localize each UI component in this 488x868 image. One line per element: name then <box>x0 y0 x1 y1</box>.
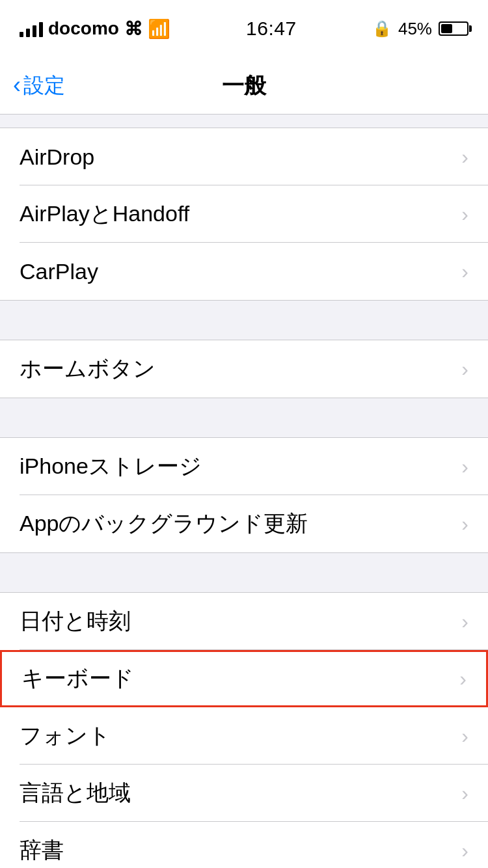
chevron-right-icon: › <box>461 357 468 381</box>
settings-group-1: AirDrop › AirPlayとHandoff › CarPlay › <box>0 128 488 301</box>
settings-row-airplay-handoff[interactable]: AirPlayとHandoff › <box>0 185 488 243</box>
back-button[interactable]: ‹ 設定 <box>13 72 65 100</box>
app-background-label: Appのバックグラウンド更新 <box>20 509 308 539</box>
clock: 16:47 <box>246 18 297 40</box>
chevron-right-icon: › <box>461 455 468 479</box>
settings-group-3: iPhoneストレージ › Appのバックグラウンド更新 › <box>0 437 488 553</box>
fonts-label: フォント <box>20 721 111 751</box>
battery-fill <box>441 24 452 33</box>
page-title: 一般 <box>222 71 266 101</box>
lock-icon: 🔒 <box>372 20 392 38</box>
back-chevron-icon: ‹ <box>13 72 21 99</box>
chevron-right-icon: › <box>459 667 467 691</box>
settings-row-carplay[interactable]: CarPlay › <box>0 243 488 300</box>
battery-percent: 45% <box>398 19 432 39</box>
settings-group-4: 日付と時刻 › キーボード › フォント › 言語と地域 › 辞書 › <box>0 592 488 868</box>
home-button-label: ホームボタン <box>20 354 156 384</box>
spacer-top <box>0 115 488 128</box>
settings-row-date-time[interactable]: 日付と時刻 › <box>0 593 488 650</box>
chevron-right-icon: › <box>461 260 468 284</box>
chevron-right-icon: › <box>461 724 468 748</box>
wifi-icon: ⌘ 📶 <box>124 18 170 40</box>
spacer-3 <box>0 553 488 592</box>
nav-bar: ‹ 設定 一般 <box>0 57 488 115</box>
carplay-label: CarPlay <box>20 259 98 284</box>
chevron-right-icon: › <box>461 839 468 863</box>
battery-icon <box>439 21 468 36</box>
settings-row-app-background[interactable]: Appのバックグラウンド更新 › <box>0 495 488 552</box>
carrier-signal: docomo ⌘ 📶 <box>20 18 170 40</box>
chevron-right-icon: › <box>461 202 468 226</box>
spacer-2 <box>0 398 488 437</box>
status-bar: docomo ⌘ 📶 16:47 🔒 45% <box>0 0 488 57</box>
back-label: 設定 <box>23 72 65 100</box>
settings-row-dictionary[interactable]: 辞書 › <box>0 822 488 868</box>
chevron-right-icon: › <box>461 145 468 169</box>
airdrop-label: AirDrop <box>20 144 94 170</box>
settings-row-iphone-storage[interactable]: iPhoneストレージ › <box>0 438 488 495</box>
settings-group-2: ホームボタン › <box>0 340 488 398</box>
iphone-storage-label: iPhoneストレージ <box>20 452 202 481</box>
settings-row-home-button[interactable]: ホームボタン › <box>0 340 488 398</box>
spacer-1 <box>0 301 488 340</box>
chevron-right-icon: › <box>461 610 468 634</box>
dictionary-label: 辞書 <box>20 835 64 865</box>
carrier-label: docomo <box>48 18 119 39</box>
chevron-right-icon: › <box>461 512 468 536</box>
battery-area: 🔒 45% <box>372 19 468 39</box>
settings-row-keyboard[interactable]: キーボード › <box>0 650 488 707</box>
settings-row-fonts[interactable]: フォント › <box>0 707 488 765</box>
settings-row-airdrop[interactable]: AirDrop › <box>0 128 488 185</box>
airplay-handoff-label: AirPlayとHandoff <box>20 199 189 229</box>
keyboard-label: キーボード <box>21 664 134 694</box>
chevron-right-icon: › <box>461 781 468 806</box>
settings-row-language-region[interactable]: 言語と地域 › <box>0 765 488 822</box>
signal-bars-icon <box>20 20 43 37</box>
date-time-label: 日付と時刻 <box>20 606 131 636</box>
language-region-label: 言語と地域 <box>20 778 131 808</box>
